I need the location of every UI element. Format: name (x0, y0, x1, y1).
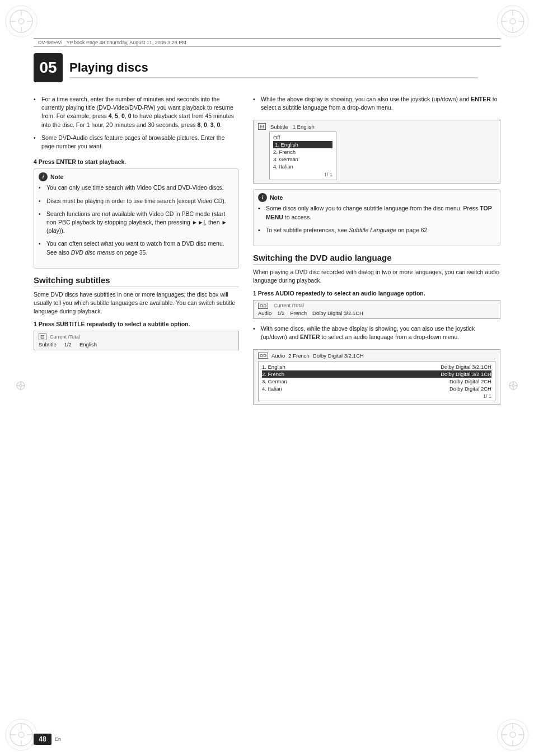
switching-subtitles-intro: Some DVD discs have subtitles in one or … (34, 290, 239, 316)
subtitle-display: ⊟ Current /Total Subtitle 1/2 English (34, 331, 239, 350)
audio-display-value3: Dolby Digital 3/2.1CH (312, 310, 363, 316)
subtitle-dropdown-icon: ⊟ (258, 123, 266, 130)
chapter-number: 05 (39, 59, 57, 77)
note-bullets-right: Some discs only allow you to change subt… (258, 204, 495, 234)
note-bullet-3: Search functions are not available with … (39, 210, 234, 236)
audio-display-value2: French (291, 310, 307, 316)
bullet-dvd-audio: Some DVD-Audio discs feature pages of br… (34, 134, 239, 151)
audio-bullet-joystick: With some discs, while the above display… (253, 325, 500, 341)
audio-display-value1: 1/2 (277, 310, 284, 316)
audio-display-label: Audio (258, 310, 271, 316)
svg-point-15 (18, 732, 24, 738)
audio-dropdown-header: OD Audio 2 French Dolby Digital 3/2.1CH (258, 353, 495, 359)
right-column: While the above display is showing, you … (253, 95, 500, 410)
page-number-badge: 48 (34, 734, 51, 745)
chapter-badge: 05 (34, 53, 63, 82)
audio-option-1: 1. EnglishDolby Digital 3/2.1CH (262, 363, 491, 370)
reg-mark-right (508, 381, 518, 392)
subtitle-dropdown-label: Subtitle (270, 124, 288, 130)
corner-bl (4, 718, 38, 752)
subtitle-dropdown-pagenum: 1/ 1 (273, 171, 332, 178)
subtitle-display-current-label: Current /Total (50, 334, 80, 340)
note-title-left: i Note (39, 172, 234, 181)
note-right-bullet-2: To set subtitle preferences, see Subtitl… (258, 226, 495, 234)
note-icon-left: i (39, 172, 48, 181)
subtitle-display-value2: English (79, 341, 97, 348)
audio-dropdown-intro: With some discs, while the above display… (253, 325, 500, 341)
audio-dropdown-icon: OD (258, 353, 268, 359)
subtitle-dropdown-selected: 1 English (293, 124, 315, 130)
corner-tl (4, 4, 38, 38)
subtitle-option-2: 2. French (273, 148, 332, 156)
subtitle-option-3: 3. German (273, 156, 332, 163)
right-intro-bullets: While the above display is showing, you … (253, 95, 500, 112)
note-box-right: i Note Some discs only allow you to chan… (253, 189, 500, 246)
note-title-right: i Note (258, 193, 495, 202)
note-bullet-1: You can only use time search with Video … (39, 184, 234, 192)
audio-current-label: Current /Total (274, 303, 304, 308)
switching-audio-intro: When playing a DVD disc recorded with di… (253, 268, 500, 285)
note-right-bullet-1: Some discs only allow you to change subt… (258, 204, 495, 221)
svg-point-35 (512, 384, 514, 387)
subtitle-dropdown-header: ⊟ Subtitle 1 English (258, 123, 495, 130)
note-bullet-2: Discs must be playing in order to use ti… (39, 197, 234, 205)
step1-audio-label: 1 Press AUDIO repeatedly to select an au… (253, 290, 500, 297)
reg-mark-left (16, 381, 26, 392)
chapter-title: Playing discs (69, 60, 478, 78)
audio-option-3: 3. GermanDolby Digital 2CH (262, 378, 491, 385)
corner-br (496, 718, 530, 752)
subtitle-option-off: Off (273, 134, 332, 141)
audio-display-icon: OD (258, 303, 268, 309)
audio-dropdown-selected-codec: Dolby Digital 3/2.1CH (313, 353, 364, 359)
audio-option-2: 2. FrenchDolby Digital 3/2.1CH (262, 370, 491, 378)
audio-display-row: OD Current /Total (258, 303, 495, 309)
audio-dropdown-list: 1. EnglishDolby Digital 3/2.1CH 2. Frenc… (258, 361, 495, 401)
audio-dropdown-selected-val: 2 French (288, 353, 310, 359)
note-icon-right: i (258, 193, 267, 202)
subtitle-display-label: Subtitle (39, 341, 57, 348)
step1-subtitle-label: 1 Press SUBTITLE repeatedly to select a … (34, 321, 239, 327)
intro-bullets: For a time search, enter the number of m… (34, 95, 239, 151)
audio-option-4: 4. ItalianDolby Digital 2CH (262, 385, 491, 392)
content-area: For a time search, enter the number of m… (34, 95, 500, 711)
switching-subtitles-heading: Switching subtitles (34, 275, 239, 287)
note-box-left: i Note You can only use time search with… (34, 168, 239, 269)
audio-dropdown-pagenum: 1/ 1 (262, 393, 491, 399)
page-lang: En (55, 736, 61, 742)
subtitle-option-1: 1. English (273, 141, 332, 148)
bullet-time-search: For a time search, enter the number of m… (34, 95, 239, 129)
page-footer: 48 En (34, 734, 61, 745)
subtitle-display-icon: ⊟ (39, 334, 46, 340)
step4-label: 4 Press ENTER to start playback. (34, 158, 239, 165)
subtitle-dropdown-display: ⊟ Subtitle 1 English Off 1. English 2. F… (253, 120, 500, 184)
header-bar: DV-989AVi _YP.book Page 48 Thursday, Aug… (34, 38, 500, 47)
left-column: For a time search, enter the number of m… (34, 95, 239, 355)
audio-dropdown-display: OD Audio 2 French Dolby Digital 3/2.1CH … (253, 349, 500, 405)
note-bullets-left: You can only use time search with Video … (39, 184, 234, 257)
right-bullet-1: While the above display is showing, you … (253, 95, 500, 112)
svg-point-22 (510, 732, 516, 738)
subtitle-option-4: 4. Italian (273, 163, 332, 170)
audio-display-values: Audio 1/2 French Dolby Digital 3/2.1CH (258, 310, 495, 316)
switching-audio-heading: Switching the DVD audio language (253, 253, 500, 265)
svg-point-8 (510, 18, 516, 24)
svg-point-29 (20, 384, 22, 387)
corner-tr (496, 4, 530, 38)
file-info: DV-989AVi _YP.book Page 48 Thursday, Aug… (38, 40, 186, 45)
audio-dropdown-label: Audio (271, 353, 285, 359)
audio-current-display: OD Current /Total Audio 1/2 French Dolby… (253, 300, 500, 319)
svg-point-1 (18, 18, 24, 24)
subtitle-display-value1: 1/2 (64, 341, 72, 348)
note-bullet-4: You can often select what you want to wa… (39, 240, 234, 256)
subtitle-dropdown-list: Off 1. English 2. French 3. German 4. It… (269, 132, 336, 180)
